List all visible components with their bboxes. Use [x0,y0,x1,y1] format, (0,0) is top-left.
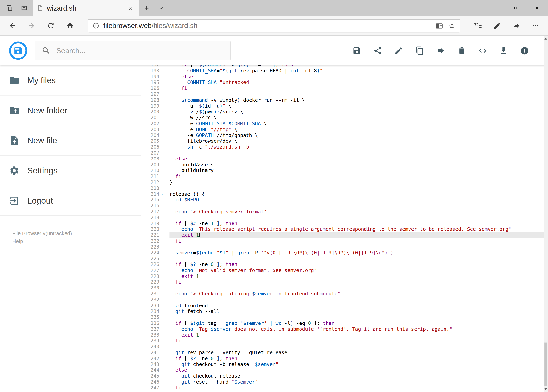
share-icon[interactable] [373,46,382,55]
download-icon[interactable] [499,46,508,55]
code-line[interactable]: 230 [141,285,544,291]
code-line[interactable]: 216 [141,203,544,209]
code-line[interactable]: 213 [141,185,544,191]
sidebar-item-new-folder[interactable]: New folder [0,96,141,126]
info-icon[interactable] [520,46,529,55]
copy-icon[interactable] [415,46,424,55]
code-line[interactable]: 236 if [ $(git tag | grep "$semver" | wc… [141,320,544,326]
filebrowser-logo[interactable] [9,42,27,60]
code-line[interactable]: 244 else [141,367,544,373]
code-line[interactable]: 224 semver=$(echo "$1" | grep -P '^v(0|[… [141,250,544,256]
code-line[interactable]: 223 [141,244,544,250]
close-window-icon[interactable] [526,0,548,16]
code-line[interactable]: 228 exit 1 [141,273,544,279]
code-line[interactable]: 215 cd $REPO [141,197,544,203]
site-info-icon[interactable] [92,22,99,29]
more-icon[interactable] [526,16,545,35]
code-line[interactable]: 209 buildAssets [141,162,544,168]
hub-icon[interactable] [468,16,487,35]
maximize-icon[interactable] [505,0,526,16]
delete-icon[interactable] [457,46,466,55]
help-link[interactable]: Help [12,237,141,245]
code-line[interactable]: 198 $(command -v winpty) docker run --rm… [141,97,544,103]
save-icon[interactable] [352,46,361,55]
code-line[interactable]: 246 git reset --hard "$semver" [141,379,544,385]
annotate-icon[interactable] [487,16,507,35]
code-line[interactable]: 199 -u "$(id -u)" \ [141,103,544,109]
back-icon[interactable] [3,16,22,35]
code-line[interactable]: 200 -v /$(pwd):/src:z \ [141,109,544,115]
code-line[interactable]: 220 echo "This release script requires a… [141,226,544,232]
code-line[interactable]: 210 buildBinary [141,168,544,173]
code-line[interactable]: 247 fi [141,385,544,391]
code-line[interactable]: 231 echo "> Checking matching $semver in… [141,291,544,297]
code-line[interactable]: 196 fi [141,85,544,91]
code-line[interactable]: 229 fi [141,279,544,285]
scroll-down-icon[interactable] [544,386,548,392]
sidebar-item-settings[interactable]: Settings [0,156,141,186]
share-page-icon[interactable] [507,16,526,35]
address-bar[interactable]: filebrowser.web/files/wizard.sh [88,19,460,32]
code-line[interactable]: 234 git fetch --all [141,308,544,314]
code-line[interactable]: 206 sh -c "./wizard.sh -b" [141,144,544,150]
code-line[interactable]: 245 git checkout release [141,373,544,379]
code-line[interactable]: 212} [141,179,544,185]
browser-tab[interactable]: wizard.sh [33,0,139,16]
sidebar-item-logout[interactable]: Logout [0,186,141,216]
code-line[interactable]: 211 fi [141,173,544,179]
code-line[interactable]: 204 -e GOPATH=//tmp/gopath \ [141,132,544,138]
code-line[interactable]: 218 [141,215,544,220]
code-line[interactable]: 207 [141,150,544,156]
code-line[interactable]: 238 exit 1 [141,332,544,338]
code-line[interactable]: 208 else [141,156,544,162]
search-input[interactable] [55,46,224,55]
set-tabs-aside-icon[interactable] [2,0,17,16]
new-tab-icon[interactable] [139,0,154,16]
code-line[interactable]: 242 if [ $? -ne 0 ]; then [141,355,544,361]
code-line[interactable]: 214▾release () { [141,191,544,197]
tab-preview-icon[interactable] [17,0,32,16]
tab-close-icon[interactable] [128,6,133,11]
rename-icon[interactable] [394,46,403,55]
code-line[interactable]: 202 -e COMMIT_SHA=$COMMIT_SHA \ [141,120,544,126]
fold-marker-icon[interactable]: ▾ [160,191,170,197]
code-line[interactable]: 192 if [ "$(command -v git)" != "" ]; th… [141,65,544,68]
sidebar-item-new-file[interactable]: New file [0,126,141,156]
editor-icon[interactable] [478,46,487,55]
refresh-icon[interactable] [41,16,61,35]
code-line[interactable]: 233 cd frontend [141,302,544,308]
code-editor[interactable]: 192 if [ "$(command -v git)" != "" ]; th… [141,65,544,392]
code-line[interactable]: 235 [141,314,544,320]
code-line[interactable]: 203 -e HOME="//tmp" \ [141,126,544,132]
scroll-up-icon[interactable] [544,36,548,41]
code-line[interactable]: 241 git rev-parse --verify --quiet relea… [141,350,544,355]
code-line[interactable]: 232 [141,297,544,302]
code-line[interactable]: 222 fi [141,238,544,244]
sidebar-item-my-files[interactable]: My files [0,65,141,96]
code-line[interactable]: 225 [141,256,544,261]
code-line[interactable]: 226 if [ $? -ne 0 ]; then [141,261,544,267]
code-line[interactable]: 240 [141,344,544,350]
code-line[interactable]: 227 echo "Not valid semver format. See s… [141,267,544,273]
code-line[interactable]: 194 else [141,74,544,79]
tab-chevron-icon[interactable] [154,0,168,16]
page-scrollbar[interactable] [544,36,548,392]
code-line[interactable]: 197 [141,91,544,97]
code-line[interactable]: 221 exit 1 [141,232,544,238]
minimize-icon[interactable] [483,0,505,16]
code-line[interactable]: 205 filebrowser/dev \ [141,138,544,144]
code-line[interactable]: 239 fi [141,338,544,344]
code-line[interactable]: 219 if [ $# -ne 1 ]; then [141,220,544,226]
code-line[interactable]: 201 -w //src \ [141,115,544,120]
code-line[interactable]: 237 echo "Tag $semver does not exist in … [141,326,544,332]
search-box[interactable] [35,41,231,60]
scroll-thumb[interactable] [544,343,547,386]
code-line[interactable]: 243 git checkout -b release "$semver" [141,361,544,367]
reading-view-icon[interactable] [436,22,443,29]
code-line[interactable]: 195 COMMIT_SHA="untracked" [141,79,544,85]
code-line[interactable]: 193 COMMIT_SHA="$(git rev-parse HEAD | c… [141,68,544,74]
code-line[interactable]: 217 echo "> Checking semver format" [141,209,544,215]
home-icon[interactable] [61,16,80,35]
favorite-star-icon[interactable] [448,22,456,29]
move-icon[interactable] [436,46,445,55]
